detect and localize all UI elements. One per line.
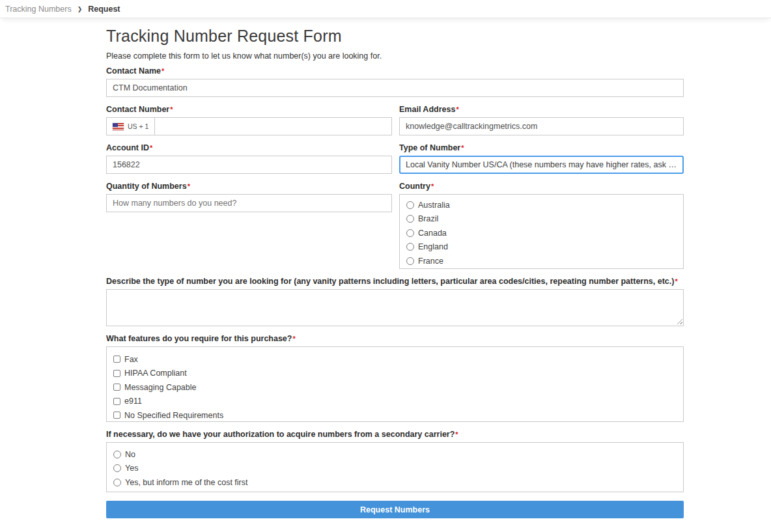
type-of-number-label: Type of Number* bbox=[399, 144, 684, 152]
breadcrumb-current: Request bbox=[88, 5, 120, 14]
required-asterisk: * bbox=[170, 105, 173, 113]
country-option-france: France bbox=[406, 254, 677, 268]
country-option-australia: Australia bbox=[406, 198, 677, 212]
authorization-option-no: No bbox=[113, 447, 677, 462]
type-of-number-field-group: Type of Number* Local Vanity Number US/C… bbox=[399, 144, 684, 174]
contact-number-field: US + 1 bbox=[106, 117, 392, 135]
country-option-label: Canada bbox=[418, 229, 447, 238]
contact-number-input[interactable] bbox=[155, 118, 391, 135]
request-form: Tracking Number Request Form Please comp… bbox=[106, 18, 684, 518]
required-asterisk: * bbox=[292, 335, 295, 343]
features-label: What features do you require for this pu… bbox=[106, 335, 684, 343]
type-of-number-selected-value: Local Vanity Number US/CA (these numbers… bbox=[406, 160, 677, 169]
authorization-option-yes-inform: Yes, but inform me of the cost first bbox=[113, 475, 677, 490]
authorization-label: If necessary, do we have your authorizat… bbox=[106, 430, 684, 439]
country-option-label: Brazil bbox=[418, 214, 438, 223]
account-id-label: Account ID* bbox=[106, 144, 392, 152]
country-option-label: France bbox=[418, 257, 443, 266]
contact-name-label: Contact Name* bbox=[106, 67, 684, 76]
country-radio-france[interactable] bbox=[406, 257, 414, 265]
contact-number-field-group: Contact Number* US + 1 bbox=[106, 105, 392, 135]
authorization-option-label: No bbox=[125, 450, 135, 459]
phone-country-code: US + 1 bbox=[128, 122, 148, 130]
email-input[interactable] bbox=[399, 117, 684, 135]
required-asterisk: * bbox=[431, 182, 434, 190]
country-option-label: England bbox=[418, 242, 448, 251]
quantity-label: Quantity of Numbers* bbox=[106, 182, 392, 191]
country-option-canada: Canada bbox=[406, 226, 677, 240]
chevron-right-icon: ❯ bbox=[77, 6, 83, 12]
authorization-option-yes: Yes bbox=[113, 462, 677, 476]
feature-option-label: e911 bbox=[124, 397, 142, 406]
page-title: Tracking Number Request Form bbox=[106, 27, 684, 46]
contact-name-field-group: Contact Name* bbox=[106, 67, 684, 97]
authorization-options-list: No Yes Yes, but inform me of the cost fi… bbox=[106, 442, 684, 492]
required-asterisk: * bbox=[150, 144, 152, 152]
feature-option-hipaa: HIPAA Compliant bbox=[113, 367, 677, 381]
country-radio-brazil[interactable] bbox=[406, 215, 414, 223]
describe-textarea[interactable] bbox=[106, 289, 684, 326]
feature-option-no-requirements: No Specified Requirements bbox=[113, 408, 677, 423]
describe-field-group: Describe the type of number you are look… bbox=[106, 277, 684, 326]
breadcrumb-parent-link[interactable]: Tracking Numbers bbox=[5, 5, 72, 14]
type-of-number-select[interactable]: Local Vanity Number US/CA (these numbers… bbox=[399, 156, 684, 174]
country-option-england: England bbox=[406, 240, 677, 255]
describe-label: Describe the type of number you are look… bbox=[106, 277, 684, 286]
email-field-group: Email Address* bbox=[399, 105, 684, 135]
contact-name-input[interactable] bbox=[106, 79, 684, 97]
quantity-field-group: Quantity of Numbers* bbox=[106, 182, 392, 269]
email-label: Email Address* bbox=[399, 105, 684, 114]
feature-checkbox-hipaa[interactable] bbox=[113, 370, 120, 377]
required-asterisk: * bbox=[455, 430, 458, 438]
country-option-label: Australia bbox=[418, 201, 450, 210]
feature-checkbox-fax[interactable] bbox=[113, 356, 120, 363]
feature-option-label: HIPAA Compliant bbox=[124, 369, 187, 378]
quantity-input[interactable] bbox=[106, 194, 392, 212]
feature-checkbox-messaging[interactable] bbox=[113, 384, 120, 391]
feature-option-messaging: Messaging Capable bbox=[113, 380, 677, 395]
country-options-list: Australia Brazil Canada England France bbox=[399, 194, 684, 269]
breadcrumb: Tracking Numbers ❯ Request bbox=[0, 0, 771, 18]
authorization-radio-yes-inform[interactable] bbox=[113, 479, 121, 486]
feature-checkbox-no-requirements[interactable] bbox=[113, 412, 120, 419]
contact-number-label: Contact Number* bbox=[106, 105, 392, 114]
features-field-group: What features do you require for this pu… bbox=[106, 335, 684, 422]
required-asterisk: * bbox=[461, 144, 464, 152]
request-numbers-button[interactable]: Request Numbers bbox=[106, 501, 684, 518]
form-intro-text: Please complete this form to let us know… bbox=[106, 51, 684, 61]
feature-option-label: No Specified Requirements bbox=[124, 411, 223, 420]
country-field-group: Country* Australia Brazil Canada England bbox=[399, 182, 684, 269]
country-radio-australia[interactable] bbox=[406, 201, 414, 209]
phone-country-selector[interactable]: US + 1 bbox=[107, 118, 155, 135]
country-radio-england[interactable] bbox=[406, 243, 414, 251]
feature-option-fax: Fax bbox=[113, 352, 677, 367]
authorization-option-label: Yes, but inform me of the cost first bbox=[125, 478, 248, 487]
feature-checkbox-e911[interactable] bbox=[113, 398, 120, 405]
account-id-field-group: Account ID* bbox=[106, 144, 392, 174]
authorization-radio-no[interactable] bbox=[113, 451, 121, 458]
country-radio-canada[interactable] bbox=[406, 229, 414, 237]
required-asterisk: * bbox=[188, 182, 190, 190]
authorization-radio-yes[interactable] bbox=[113, 464, 121, 472]
features-options-list: Fax HIPAA Compliant Messaging Capable e9… bbox=[106, 346, 684, 422]
feature-option-label: Messaging Capable bbox=[124, 383, 197, 392]
required-asterisk: * bbox=[675, 277, 677, 285]
required-asterisk: * bbox=[161, 67, 164, 75]
country-label: Country* bbox=[399, 182, 684, 191]
authorization-option-label: Yes bbox=[125, 464, 138, 473]
authorization-field-group: If necessary, do we have your authorizat… bbox=[106, 430, 684, 492]
feature-option-e911: e911 bbox=[113, 395, 677, 409]
country-option-brazil: Brazil bbox=[406, 212, 677, 227]
feature-option-label: Fax bbox=[124, 355, 138, 364]
account-id-input[interactable] bbox=[106, 156, 392, 174]
us-flag-icon bbox=[113, 123, 124, 130]
required-asterisk: * bbox=[456, 105, 458, 113]
